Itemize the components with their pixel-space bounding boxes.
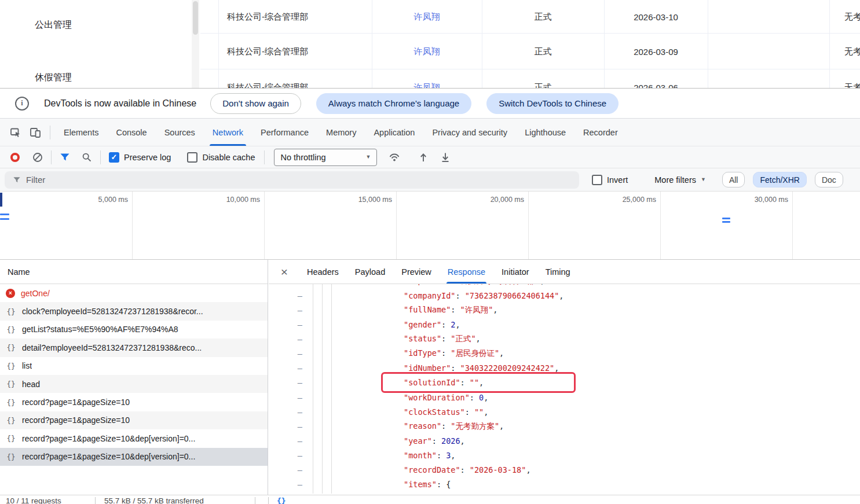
request-row[interactable]: × {} record?page=1&pageSize=10&dep[versi…: [0, 429, 268, 447]
json-separator: :: [441, 334, 451, 343]
json-key: month: [404, 451, 437, 460]
json-value: 736238790662406144: [465, 291, 559, 300]
devtools-tab[interactable]: Application: [365, 119, 423, 146]
record-icon: [10, 153, 20, 162]
json-line: – status: 正式,: [269, 332, 860, 347]
json-key: recordDate: [404, 465, 460, 474]
disable-cache-checkbox[interactable]: [187, 152, 197, 163]
request-row[interactable]: × {} list: [0, 357, 268, 375]
request-row[interactable]: × {} record?page=1&pageSize=10: [0, 411, 268, 429]
sidebar-menu-item[interactable]: 休假管理: [35, 72, 72, 84]
request-name: record?page=1&pageSize=10&dep[version]=0…: [22, 452, 195, 461]
detail-tab[interactable]: Response: [440, 260, 493, 284]
timeline-label: 30,000 ms: [755, 196, 788, 204]
filter-toggle-icon[interactable]: [60, 153, 70, 162]
devtools-tab[interactable]: Lighthouse: [516, 119, 574, 146]
request-row[interactable]: × {} record?page=1&pageSize=10&dep[versi…: [0, 448, 268, 466]
request-row[interactable]: × {} record?page=1&pageSize=10: [0, 393, 268, 411]
detail-tab[interactable]: Timing: [537, 260, 579, 284]
cell-employee-link[interactable]: 许凤翔: [372, 11, 482, 22]
export-har-icon[interactable]: [441, 152, 450, 163]
request-row[interactable]: × {} head: [0, 375, 268, 393]
disable-cache-control[interactable]: Disable cache: [187, 152, 255, 163]
cell-department: 科技公司-综合管理部: [227, 82, 308, 88]
preserve-log-control[interactable]: ✓ Preserve log: [109, 152, 171, 163]
fold-marker-icon[interactable]: –: [269, 378, 302, 387]
request-row[interactable]: × {} clock?employeeId=528132472371281938…: [0, 302, 268, 320]
more-filters-dropdown[interactable]: More filters ▼: [654, 175, 706, 185]
close-icon[interactable]: ×: [276, 263, 293, 281]
inspect-element-icon[interactable]: [6, 123, 25, 142]
fold-marker-icon[interactable]: –: [269, 480, 302, 489]
sidebar-scrollbar[interactable]: [192, 0, 199, 88]
devtools-tab[interactable]: Recorder: [574, 119, 627, 146]
devtools-tab[interactable]: Performance: [252, 119, 317, 146]
json-line: – idType: 居民身份证,: [269, 347, 860, 361]
json-comma: ,: [460, 436, 465, 446]
devtools-tab[interactable]: Memory: [317, 119, 365, 146]
fold-marker-icon[interactable]: –: [269, 291, 302, 300]
dont-show-again-button[interactable]: Don't show again: [210, 93, 301, 114]
format-json-icon[interactable]: {}: [277, 496, 286, 504]
filter-chip[interactable]: Doc: [815, 172, 843, 187]
invert-filter-control[interactable]: Invert: [592, 175, 628, 185]
devtools-tab[interactable]: Sources: [156, 119, 204, 146]
fold-marker-icon[interactable]: –: [269, 407, 302, 417]
record-network-log-button[interactable]: [8, 153, 22, 162]
detail-tab[interactable]: Payload: [347, 260, 393, 284]
switch-devtools-chinese-button[interactable]: Switch DevTools to Chinese: [486, 93, 619, 114]
cell-employee-link[interactable]: 许凤翔: [372, 46, 482, 57]
json-separator: :: [441, 320, 451, 329]
detail-tab[interactable]: Preview: [393, 260, 440, 284]
timeline[interactable]: 5,000 ms10,000 ms15,000 ms20,000 ms25,00…: [0, 192, 860, 260]
request-name: getList?status=%E5%90%AF%E7%94%A8: [22, 325, 178, 334]
import-har-icon[interactable]: [419, 152, 428, 163]
detail-tab[interactable]: Headers: [299, 260, 347, 284]
cell-employee-link[interactable]: 许凤翔: [372, 82, 482, 88]
network-conditions-icon[interactable]: [389, 152, 400, 162]
device-toolbar-icon[interactable]: [25, 123, 45, 142]
fold-marker-icon[interactable]: –: [269, 349, 302, 358]
request-name: record?page=1&pageSize=10: [22, 415, 130, 425]
json-separator: :: [437, 480, 446, 489]
devtools-tab[interactable]: Privacy and security: [423, 119, 516, 146]
json-line: – month: 3,: [269, 448, 860, 463]
invert-checkbox[interactable]: [592, 175, 602, 185]
match-chrome-language-button[interactable]: Always match Chrome's language: [316, 93, 471, 114]
fold-marker-icon[interactable]: –: [269, 306, 302, 315]
throttling-select[interactable]: No throttling ▼: [274, 149, 377, 166]
fold-marker-icon[interactable]: –: [269, 436, 302, 446]
fold-marker-icon[interactable]: –: [269, 284, 302, 286]
clear-network-log-button[interactable]: [32, 152, 43, 163]
request-row[interactable]: × {} detail?employeeId=52813247237128193…: [0, 339, 268, 356]
requests-count: 10 / 11 requests: [6, 496, 61, 504]
sidebar-menu-item[interactable]: 公出管理: [35, 19, 72, 31]
timeline-gridline: [792, 192, 793, 259]
separator: [50, 126, 50, 139]
search-icon[interactable]: [82, 152, 92, 163]
devtools-tab[interactable]: Console: [107, 119, 155, 146]
filter-chip[interactable]: All: [722, 172, 745, 187]
filter-chip[interactable]: Fetch/XHR: [753, 172, 806, 187]
timeline-label: 15,000 ms: [358, 196, 392, 204]
json-value: 340322200209242422: [460, 363, 555, 373]
fold-marker-icon[interactable]: –: [269, 363, 302, 373]
devtools-tab[interactable]: Network: [204, 119, 252, 146]
request-row[interactable]: × {} getOne/: [0, 284, 268, 302]
fold-marker-icon[interactable]: –: [269, 320, 302, 329]
request-row[interactable]: × {} getList?status=%E5%90%AF%E7%94%A8: [0, 321, 268, 339]
fold-marker-icon[interactable]: –: [269, 422, 302, 431]
request-detail-panel: × HeadersPayloadPreviewResponseInitiator…: [269, 260, 860, 495]
request-name: record?page=1&pageSize=10: [22, 398, 130, 407]
fold-marker-icon[interactable]: –: [269, 393, 302, 402]
detail-tab[interactable]: Initiator: [493, 260, 537, 284]
fold-marker-icon[interactable]: –: [269, 451, 302, 460]
scrollbar-thumb[interactable]: [193, 1, 198, 35]
background-page: 公出管理休假管理 科技公司-综合管理部 许凤翔 正式 2026-03-10 无考: [0, 0, 860, 88]
requests-name-header[interactable]: Name: [0, 260, 268, 284]
devtools-tab[interactable]: Elements: [55, 119, 107, 146]
network-filter-input[interactable]: Filter: [5, 171, 579, 189]
fold-marker-icon[interactable]: –: [269, 334, 302, 344]
preserve-log-checkbox[interactable]: ✓: [109, 152, 119, 163]
fold-marker-icon[interactable]: –: [269, 465, 302, 474]
